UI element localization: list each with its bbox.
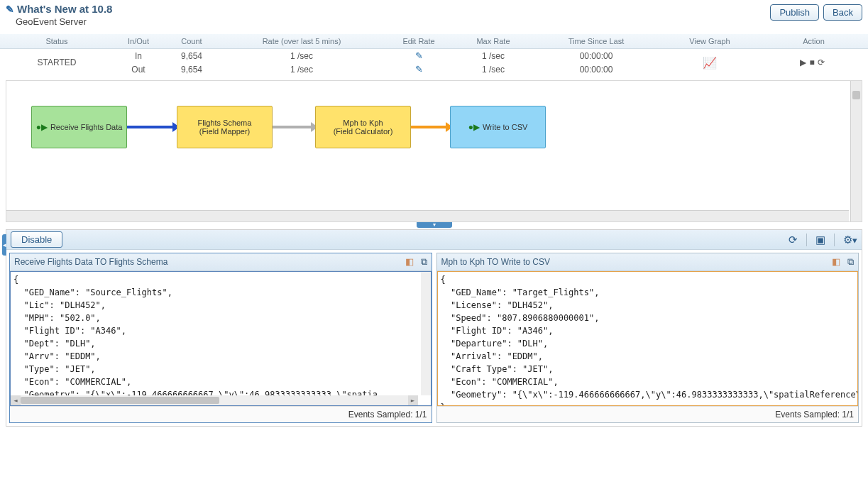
col-edit-rate: Edit Rate: [383, 34, 454, 49]
sample-text: { "GED_Name": "Target_Flights", "License…: [441, 275, 859, 406]
node-label: Write to CSV: [483, 123, 527, 131]
page-title: ✎ What's New at 10.8: [6, 3, 112, 15]
splitter-handle[interactable]: ▾: [417, 222, 452, 228]
edit-icon[interactable]: ✎: [6, 4, 14, 15]
count-value: 9,654: [163, 49, 220, 63]
sample-title: Mph to Kph TO Write to CSV: [441, 257, 550, 267]
refresh-icon[interactable]: ⟳: [789, 234, 798, 246]
node-label: Receive Flights Data: [50, 123, 123, 131]
sample-footer: Events Sampled: 1/1: [10, 406, 432, 422]
col-action: Action: [759, 34, 868, 49]
play-icon: ●▶: [36, 122, 48, 132]
flow-canvas[interactable]: ●▶ Receive Flights Data Flights Schema (…: [6, 80, 862, 222]
play-icon: ●▶: [468, 122, 480, 132]
sample-body[interactable]: { "GED_Name": "Source_Flights", "Lic": "…: [10, 271, 432, 406]
panel-collapse-handle[interactable]: ◂: [2, 234, 6, 256]
rate-value: 1 /sec: [220, 49, 383, 63]
time-value: 00:00:00: [532, 49, 660, 63]
refresh-icon[interactable]: ⟳: [818, 57, 828, 67]
gear-icon[interactable]: ⚙▾: [843, 234, 857, 246]
sample-card-right: Mph to Kph TO Write to CSV ◧ ⧉ { "GED_Na…: [436, 253, 859, 423]
col-rate: Rate (over last 5 mins): [220, 34, 383, 49]
stats-table: Status In/Out Count Rate (over last 5 mi…: [0, 34, 868, 76]
scrollbar-vertical[interactable]: [421, 272, 431, 395]
scroll-right-icon[interactable]: ►: [408, 395, 418, 405]
sample-footer: Events Sampled: 1/1: [437, 406, 859, 422]
scroll-left-icon[interactable]: ◄: [11, 395, 21, 405]
status-value: STARTED: [0, 49, 114, 77]
title-text: What's New at 10.8: [17, 3, 112, 15]
erase-icon[interactable]: ◧: [832, 256, 840, 268]
connector[interactable]: [273, 126, 312, 128]
splitter[interactable]: ▾: [6, 222, 862, 229]
edit-rate-icon[interactable]: ✎: [415, 64, 423, 75]
node-label: Flights Schema: [198, 119, 252, 127]
col-view-graph: View Graph: [660, 34, 759, 49]
graph-icon[interactable]: 📈: [703, 57, 717, 69]
col-status: Status: [0, 34, 114, 49]
publish-button[interactable]: Publish: [770, 4, 819, 21]
divider: [834, 234, 835, 246]
node-label: Mph to Kph: [343, 119, 383, 127]
disable-button[interactable]: Disable: [11, 231, 62, 248]
sample-text: { "GED_Name": "Source_Flights", "Lic": "…: [13, 275, 378, 406]
back-button[interactable]: Back: [823, 4, 862, 21]
input-node[interactable]: ●▶ Receive Flights Data: [31, 106, 127, 148]
sample-title: Receive Flights Data TO Flights Schema: [14, 257, 167, 267]
output-node[interactable]: ●▶ Write to CSV: [450, 106, 546, 148]
table-row: STARTED In 9,654 1 /sec ✎ 1 /sec 00:00:0…: [0, 49, 868, 63]
edit-rate-icon[interactable]: ✎: [415, 50, 423, 61]
sample-body[interactable]: { "GED_Name": "Target_Flights", "License…: [437, 271, 859, 406]
inout-value: Out: [114, 62, 163, 76]
connector[interactable]: [411, 126, 447, 128]
rate-value: 1 /sec: [220, 62, 383, 76]
stop-icon[interactable]: ■: [809, 57, 817, 67]
time-value: 00:00:00: [532, 62, 660, 76]
connector[interactable]: [127, 126, 174, 128]
count-value: 9,654: [163, 62, 220, 76]
divider: [806, 234, 807, 246]
erase-icon[interactable]: ◧: [405, 256, 414, 268]
col-count: Count: [163, 34, 220, 49]
play-icon[interactable]: ▶: [800, 57, 809, 67]
col-time-since: Time Since Last: [532, 34, 660, 49]
node-sub: (Field Mapper): [199, 127, 251, 136]
max-rate-value: 1 /sec: [454, 62, 532, 76]
scrollbar-horizontal[interactable]: ◄ ►: [11, 395, 418, 405]
max-rate-value: 1 /sec: [454, 49, 532, 63]
col-inout: In/Out: [114, 34, 163, 49]
sample-card-left: Receive Flights Data TO Flights Schema ◧…: [9, 253, 432, 423]
subtitle: GeoEvent Server: [6, 15, 112, 31]
scrollbar-horizontal[interactable]: [6, 210, 849, 221]
calculator-node[interactable]: Mph to Kph (Field Calculator): [315, 106, 411, 148]
col-max-rate: Max Rate: [454, 34, 532, 49]
sample-panel: ◂ Disable ⟳ ▣ ⚙▾ Receive Flights Data TO…: [6, 229, 862, 427]
inout-value: In: [114, 49, 163, 63]
node-sub: (Field Calculator): [334, 127, 393, 136]
map-icon[interactable]: ▣: [815, 234, 825, 246]
mapper-node[interactable]: Flights Schema (Field Mapper): [177, 106, 273, 148]
scrollbar-vertical[interactable]: [850, 81, 862, 221]
copy-icon[interactable]: ⧉: [847, 256, 854, 268]
copy-icon[interactable]: ⧉: [421, 256, 427, 268]
